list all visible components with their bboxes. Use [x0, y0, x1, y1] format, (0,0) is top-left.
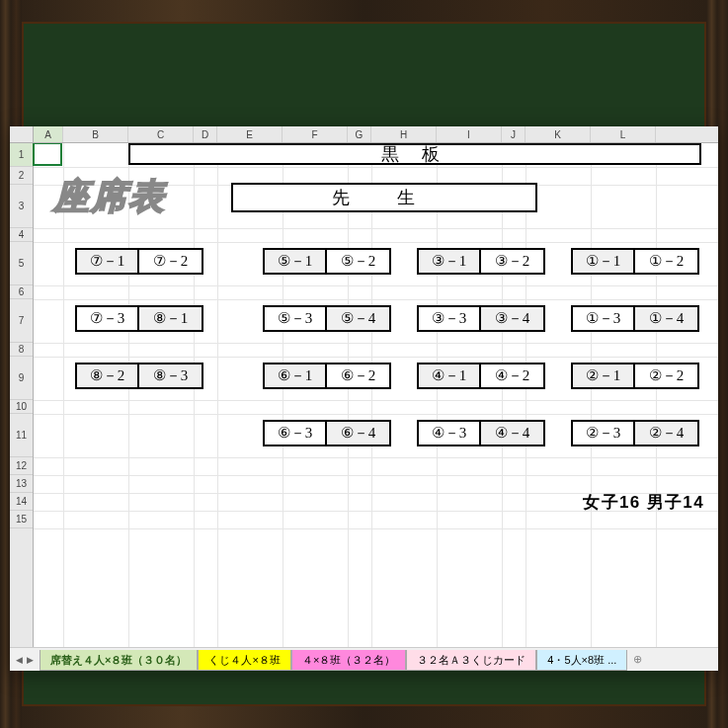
seat-group: ⑧－2⑧－3: [75, 363, 203, 389]
col-head-L[interactable]: L: [591, 126, 656, 142]
seat-cell[interactable]: ①－2: [635, 248, 699, 275]
tab-prev-icon[interactable]: ◀: [16, 655, 23, 665]
row-head-7[interactable]: 7: [10, 299, 33, 343]
seat-cell[interactable]: ②－3: [571, 420, 635, 446]
seat-cell[interactable]: ④－4: [481, 420, 545, 446]
seat-group: ④－3④－4: [417, 420, 545, 446]
row-head-11[interactable]: 11: [10, 414, 33, 457]
seat-cell[interactable]: ③－2: [481, 248, 545, 275]
teacher-label: 先 生: [332, 186, 437, 209]
seat-group: ③－3③－4: [417, 305, 545, 332]
row-head-6[interactable]: 6: [10, 285, 33, 299]
sheet-tab[interactable]: ４×８班（３２名）: [291, 650, 406, 671]
content-layer: 黒 板 座席表 先 生 ⑦－1⑦－2⑤－1⑤－2③－1③－2①－1①－2⑦－3⑧…: [34, 143, 718, 647]
row-head-14[interactable]: 14: [10, 493, 33, 511]
title-seating-chart: 座席表: [53, 173, 165, 221]
blackboard-banner: 黒 板: [128, 143, 701, 165]
seat-cell[interactable]: ⑧－2: [75, 363, 139, 389]
seat-cell[interactable]: ③－3: [417, 305, 481, 332]
seat-cell[interactable]: ⑤－3: [263, 305, 327, 332]
col-head-K[interactable]: K: [526, 126, 591, 142]
seat-cell[interactable]: ⑤－4: [327, 305, 391, 332]
seat-cell[interactable]: ⑧－1: [139, 305, 203, 332]
seat-group: ⑥－3⑥－4: [263, 420, 391, 446]
row-head-15[interactable]: 15: [10, 511, 33, 528]
sheet-tab[interactable]: ３２名Ａ３くじカード: [406, 650, 536, 671]
seat-cell[interactable]: ④－3: [417, 420, 481, 446]
seat-cell[interactable]: ②－1: [571, 363, 635, 389]
active-cell[interactable]: [33, 143, 62, 166]
seat-cell[interactable]: ⑥－3: [263, 420, 327, 446]
col-head-H[interactable]: H: [371, 126, 437, 142]
row-head-8[interactable]: 8: [10, 343, 33, 357]
col-head-B[interactable]: B: [63, 126, 128, 142]
col-head-C[interactable]: C: [128, 126, 194, 142]
column-header-row: ABCDEFGHIJKL: [10, 126, 718, 143]
seat-cell[interactable]: ⑦－2: [139, 248, 203, 275]
plus-icon: ⊕: [633, 653, 642, 666]
frame-top: [0, 0, 728, 22]
col-head-I[interactable]: I: [437, 126, 502, 142]
tab-nav-arrows[interactable]: ◀ ▶: [10, 648, 40, 671]
seat-cell[interactable]: ④－2: [481, 363, 545, 389]
seat-cell[interactable]: ②－4: [635, 420, 699, 446]
seat-cell[interactable]: ⑦－3: [75, 305, 139, 332]
grid-area[interactable]: 黒 板 座席表 先 生 ⑦－1⑦－2⑤－1⑤－2③－1③－2①－1①－2⑦－3⑧…: [34, 143, 718, 647]
seat-cell[interactable]: ③－1: [417, 248, 481, 275]
seat-group: ②－1②－2: [571, 363, 699, 389]
seat-cell[interactable]: ⑥－2: [327, 363, 391, 389]
col-head-J[interactable]: J: [502, 126, 526, 142]
col-head-F[interactable]: F: [283, 126, 348, 142]
col-head-E[interactable]: E: [217, 126, 283, 142]
sheet-tab[interactable]: 席替え４人×８班（３０名）: [40, 650, 198, 671]
teacher-box: 先 生: [231, 183, 537, 212]
excel-window: ABCDEFGHIJKL 123456789101112131415 黒 板 座…: [10, 126, 718, 671]
seat-cell[interactable]: ①－3: [571, 305, 635, 332]
row-head-3[interactable]: 3: [10, 185, 33, 228]
seat-cell[interactable]: ⑧－3: [139, 363, 203, 389]
seat-group: ⑦－3⑧－1: [75, 305, 203, 332]
add-sheet-button[interactable]: ⊕: [627, 648, 648, 671]
row-head-13[interactable]: 13: [10, 475, 33, 493]
seat-cell[interactable]: ⑥－4: [327, 420, 391, 446]
seat-group: ⑤－3⑤－4: [263, 305, 391, 332]
seat-group: ①－1①－2: [571, 248, 699, 275]
seat-group: ②－3②－4: [571, 420, 699, 446]
seat-cell[interactable]: ④－1: [417, 363, 481, 389]
seat-cell[interactable]: ①－1: [571, 248, 635, 275]
sheet-tab-bar: ◀ ▶ 席替え４人×８班（３０名）くじ４人×８班４×８班（３２名）３２名Ａ３くじ…: [10, 647, 718, 671]
row-header-column: 123456789101112131415: [10, 143, 34, 647]
seat-group: ④－1④－2: [417, 363, 545, 389]
row-head-12[interactable]: 12: [10, 457, 33, 475]
seat-cell[interactable]: ②－2: [635, 363, 699, 389]
seat-group: ③－1③－2: [417, 248, 545, 275]
sheet-tab[interactable]: 4・5人×8班 ...: [536, 650, 627, 671]
seat-cell[interactable]: ⑤－1: [263, 248, 327, 275]
seat-cell[interactable]: ⑤－2: [327, 248, 391, 275]
seat-cell[interactable]: ③－4: [481, 305, 545, 332]
row-head-1[interactable]: 1: [10, 143, 33, 167]
row-head-9[interactable]: 9: [10, 357, 33, 400]
blackboard-label: 黒 板: [381, 143, 448, 166]
row-head-5[interactable]: 5: [10, 242, 33, 285]
seat-cell[interactable]: ①－4: [635, 305, 699, 332]
row-head-4[interactable]: 4: [10, 228, 33, 242]
seat-group: ⑤－1⑤－2: [263, 248, 391, 275]
tab-next-icon[interactable]: ▶: [27, 655, 34, 665]
row-head-10[interactable]: 10: [10, 400, 33, 414]
sheet-body: 123456789101112131415 黒 板 座席表 先 生 ⑦－1⑦－2…: [10, 143, 718, 647]
col-head-D[interactable]: D: [194, 126, 217, 142]
gender-count: 女子16 男子14: [583, 491, 704, 514]
col-head-A[interactable]: A: [34, 126, 63, 142]
sheet-tab[interactable]: くじ４人×８班: [198, 650, 290, 671]
seat-group: ⑥－1⑥－2: [263, 363, 391, 389]
col-head-G[interactable]: G: [348, 126, 371, 142]
select-all-corner[interactable]: [10, 126, 34, 142]
seat-group: ①－3①－4: [571, 305, 699, 332]
seat-cell[interactable]: ⑦－1: [75, 248, 139, 275]
seat-cell[interactable]: ⑥－1: [263, 363, 327, 389]
seat-group: ⑦－1⑦－2: [75, 248, 203, 275]
row-head-2[interactable]: 2: [10, 167, 33, 185]
frame-bottom: [0, 706, 728, 728]
